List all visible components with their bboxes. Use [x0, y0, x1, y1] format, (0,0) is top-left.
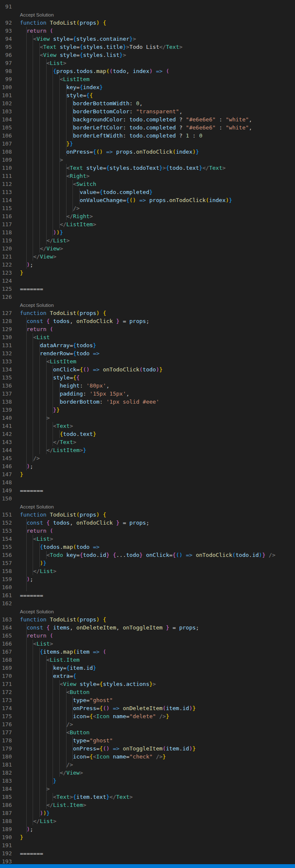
code-line[interactable]: 166<List>	[0, 640, 295, 648]
code-line[interactable]: 97<List>	[0, 59, 295, 67]
code-line[interactable]: 156<Todo key={todo.id} {...todo} onClick…	[0, 551, 295, 559]
code-line[interactable]: 165return (	[0, 632, 295, 640]
codelens-accept-solution[interactable]: Accept Solution	[12, 503, 54, 511]
code-line[interactable]: 105borderLeftColor: todo.completed ? "#e…	[0, 124, 295, 132]
code-line[interactable]: 159);	[0, 575, 295, 583]
code-line[interactable]: 144</ListItem>}	[0, 446, 295, 454]
code-line[interactable]: 137padding: '15px 15px',	[0, 390, 295, 398]
code-line[interactable]: 109>	[0, 156, 295, 164]
code-line[interactable]: 186</List.Item>	[0, 801, 295, 809]
codelens-accept-solution[interactable]: Accept Solution	[12, 11, 54, 19]
code-line[interactable]: 113value={todo.completed}	[0, 188, 295, 196]
code-line[interactable]: 190}	[0, 833, 295, 841]
code-line[interactable]: 180icon={<Icon name="check" />}	[0, 753, 295, 761]
code-line[interactable]: 107}}	[0, 140, 295, 148]
code-line[interactable]: 145/>	[0, 454, 295, 462]
code-line[interactable]: 172<Button	[0, 688, 295, 696]
code-line[interactable]: 91	[0, 3, 295, 11]
code-line[interactable]: 140>	[0, 414, 295, 422]
code-line[interactable]: 175icon={<Icon name="delete" />}	[0, 712, 295, 720]
code-line[interactable]: 104backgroundColor: todo.completed ? "#e…	[0, 115, 295, 124]
code-line[interactable]: 101style={{	[0, 91, 295, 99]
code-line[interactable]: 132renderRow={todo =>	[0, 349, 295, 357]
code-line[interactable]: 149=======	[0, 486, 295, 494]
code-line[interactable]: 184>	[0, 785, 295, 793]
code-line[interactable]: 110<Text style={styles.todoText}>{todo.t…	[0, 164, 295, 172]
code-line[interactable]: 93return (	[0, 27, 295, 35]
code-line[interactable]: 154<List>	[0, 535, 295, 543]
code-line[interactable]: 183}	[0, 777, 295, 785]
code-line[interactable]: 123}	[0, 269, 295, 277]
code-line[interactable]: 131dataArray={todos}	[0, 341, 295, 349]
code-line[interactable]: 189);	[0, 825, 295, 833]
code-line[interactable]: 114onValueChange={() => props.onTodoClic…	[0, 196, 295, 204]
code-line[interactable]: 122);	[0, 261, 295, 269]
code-line[interactable]: 174onPress={() => onDeleteItem(item.id)}	[0, 704, 295, 712]
code-line[interactable]: 129return (	[0, 325, 295, 333]
code-line[interactable]: 157)}	[0, 559, 295, 567]
code-line[interactable]: 139}}	[0, 406, 295, 414]
code-line[interactable]: 121</View>	[0, 253, 295, 261]
codelens-accept-solution[interactable]: Accept Solution	[12, 301, 54, 309]
code-line[interactable]: 125=======	[0, 285, 295, 293]
code-line[interactable]: 118))}	[0, 228, 295, 236]
code-line[interactable]: 127function TodoList(props) {	[0, 309, 295, 317]
code-line[interactable]: 96<View style={styles.list}>	[0, 51, 295, 59]
code-line[interactable]: 116</Right>	[0, 212, 295, 220]
code-line[interactable]: 128const { todos, onTodoClick } = props;	[0, 317, 295, 325]
code-line[interactable]: 92function TodoList(props) {	[0, 19, 295, 27]
code-line[interactable]: 158</List>	[0, 567, 295, 575]
code-line[interactable]: 160	[0, 583, 295, 591]
code-line[interactable]: 120</View>	[0, 244, 295, 253]
code-line[interactable]: 100key={index}	[0, 83, 295, 91]
code-line[interactable]: 143</Text>	[0, 438, 295, 446]
code-line[interactable]: 170extra={	[0, 672, 295, 680]
code-line[interactable]: 115/>	[0, 204, 295, 212]
code-line[interactable]: 164const { items, onDeleteItem, onToggle…	[0, 624, 295, 632]
code-line[interactable]: 133<ListItem	[0, 357, 295, 365]
code-line[interactable]: 162	[0, 599, 295, 607]
code-line[interactable]: 179onPress={() => onToggleItem(item.id)}	[0, 744, 295, 753]
code-line[interactable]: 150	[0, 494, 295, 503]
code-line[interactable]: 191	[0, 841, 295, 849]
code-line[interactable]: 181/>	[0, 761, 295, 769]
code-line[interactable]: 98{props.todos.map((todo, index) => (	[0, 67, 295, 75]
code-line[interactable]: 152const { todos, onTodoClick } = props;	[0, 519, 295, 527]
code-line[interactable]: 168<List.Item	[0, 656, 295, 664]
code-line[interactable]: 177<Button	[0, 728, 295, 736]
code-line[interactable]: 136height: '80px',	[0, 382, 295, 390]
code-line[interactable]: 119</List>	[0, 236, 295, 244]
code-line[interactable]: 95<Text style={styles.title}>Todo List</…	[0, 43, 295, 51]
code-line[interactable]: 102borderBottomWidth: 0,	[0, 99, 295, 107]
code-line[interactable]: 134onClick={() => onTodoClick(todo)}	[0, 365, 295, 374]
code-line[interactable]: 176/>	[0, 720, 295, 728]
code-line[interactable]: 112<Switch	[0, 180, 295, 188]
code-line[interactable]: 148	[0, 478, 295, 486]
code-line[interactable]: 99<ListItem	[0, 75, 295, 83]
code-line[interactable]: 147}	[0, 470, 295, 478]
code-line[interactable]: 182</View>	[0, 769, 295, 777]
code-line[interactable]: 169key={item.id}	[0, 664, 295, 672]
code-line[interactable]: 142{todo.text}	[0, 430, 295, 438]
code-line[interactable]: 192=======	[0, 849, 295, 857]
code-line[interactable]: 151function TodoList(props) {	[0, 511, 295, 519]
code-line[interactable]: 135style={{	[0, 374, 295, 382]
code-line[interactable]: 103borderBottomColor: "transparent",	[0, 107, 295, 115]
code-line[interactable]: 155{todos.map(todo =>	[0, 543, 295, 551]
code-line[interactable]: 167{items.map(item => (	[0, 648, 295, 656]
code-line[interactable]: 188</List>	[0, 817, 295, 825]
code-line[interactable]: 106borderLeftWidth: todo.completed ? 1 :…	[0, 132, 295, 140]
code-line[interactable]: 153return (	[0, 527, 295, 535]
code-line[interactable]: 124	[0, 277, 295, 285]
code-line[interactable]: 117</ListItem>	[0, 220, 295, 228]
code-line[interactable]: 163function TodoList(props) {	[0, 615, 295, 624]
code-line[interactable]: 187))}	[0, 809, 295, 817]
code-line[interactable]: 141<Text>	[0, 422, 295, 430]
code-line[interactable]: 178type="ghost"	[0, 736, 295, 744]
code-line[interactable]: 108onPress={() => props.onTodoClick(inde…	[0, 148, 295, 156]
code-line[interactable]: 94<View style={styles.container}>	[0, 35, 295, 43]
code-line[interactable]: 126	[0, 293, 295, 301]
codelens-accept-solution[interactable]: Accept Solution	[12, 607, 54, 615]
code-line[interactable]: 185<Text>{item.text}</Text>	[0, 793, 295, 801]
code-line[interactable]: 161=======	[0, 591, 295, 599]
